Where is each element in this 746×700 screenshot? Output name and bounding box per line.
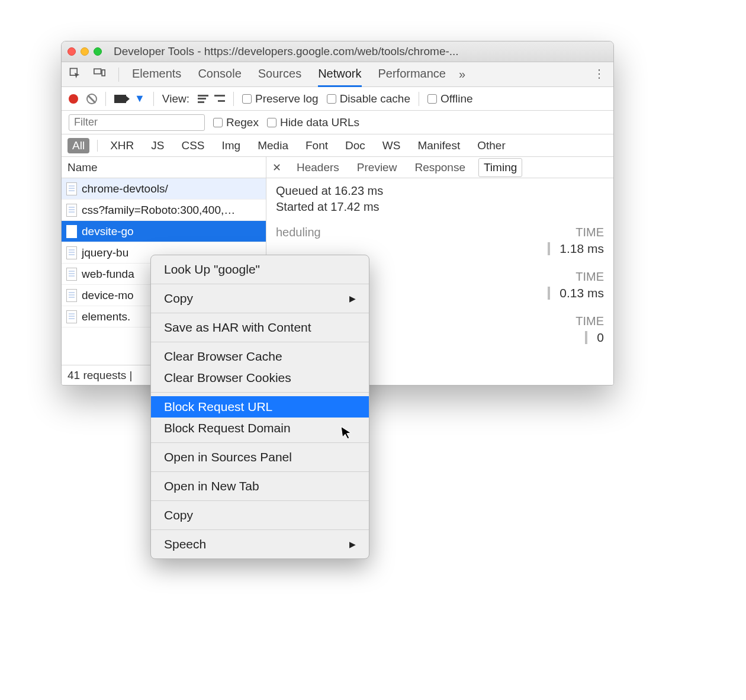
menu-item[interactable]: Speech▶ bbox=[151, 534, 369, 555]
disable-cache-label: Disable cache bbox=[340, 92, 410, 105]
type-filter-ws[interactable]: WS bbox=[378, 138, 406, 153]
type-filter-xhr[interactable]: XHR bbox=[105, 138, 139, 153]
clear-button[interactable] bbox=[86, 94, 97, 104]
menu-item[interactable]: Save as HAR with Content bbox=[151, 317, 369, 338]
more-tabs-icon[interactable]: » bbox=[459, 68, 465, 81]
hide-data-urls-label: Hide data URLs bbox=[280, 116, 359, 129]
type-filter-other[interactable]: Other bbox=[472, 138, 510, 153]
timing-bar bbox=[548, 287, 550, 300]
timing-value: 0 bbox=[597, 330, 604, 345]
close-icon[interactable]: ✕ bbox=[272, 161, 281, 174]
timing-time-header: TIME bbox=[575, 226, 604, 239]
menu-separator bbox=[151, 471, 369, 472]
record-button[interactable] bbox=[69, 94, 78, 104]
menu-item[interactable]: Copy▶ bbox=[151, 288, 369, 309]
view-label: View: bbox=[162, 92, 189, 105]
type-filter-manifest[interactable]: Manifest bbox=[413, 138, 465, 153]
detail-tab-response[interactable]: Response bbox=[410, 159, 470, 176]
type-filter-bar: AllXHRJSCSSImgMediaFontDocWSManifestOthe… bbox=[62, 134, 613, 157]
regex-checkbox[interactable]: Regex bbox=[213, 116, 259, 129]
tab-console[interactable]: Console bbox=[198, 62, 241, 87]
menu-item-label: Open in New Tab bbox=[164, 479, 259, 493]
filter-icon[interactable]: ▼ bbox=[134, 92, 145, 105]
preserve-log-checkbox[interactable]: Preserve log bbox=[242, 92, 319, 105]
close-window-button[interactable] bbox=[67, 47, 76, 56]
svg-rect-1 bbox=[94, 69, 101, 73]
menu-item[interactable]: Look Up "google" bbox=[151, 259, 369, 280]
separator bbox=[105, 92, 106, 106]
offline-checkbox[interactable]: Offline bbox=[427, 92, 473, 105]
menu-item[interactable]: Open in Sources Panel bbox=[151, 447, 369, 468]
settings-menu-icon[interactable]: ⋯ bbox=[593, 68, 607, 81]
screenshots-icon[interactable] bbox=[114, 95, 126, 103]
disable-cache-checkbox[interactable]: Disable cache bbox=[327, 92, 410, 105]
zoom-window-button[interactable] bbox=[94, 47, 102, 56]
separator bbox=[153, 92, 154, 106]
filter-bar: Regex Hide data URLs bbox=[62, 111, 613, 134]
menu-item[interactable]: Clear Browser Cache bbox=[151, 346, 369, 367]
network-toolbar: ▼ View: Preserve log Disable cache Offli… bbox=[62, 87, 613, 111]
inspect-element-icon[interactable] bbox=[69, 67, 81, 82]
mouse-cursor-icon bbox=[340, 424, 354, 444]
tab-performance[interactable]: Performance bbox=[378, 62, 446, 87]
type-filter-js[interactable]: JS bbox=[146, 138, 169, 153]
titlebar: Developer Tools - https://developers.goo… bbox=[62, 41, 613, 62]
request-row[interactable]: css?family=Roboto:300,400,… bbox=[62, 200, 266, 221]
timing-section: hedulingTIME1.18 ms bbox=[276, 226, 604, 258]
menu-item-label: Copy bbox=[164, 508, 193, 522]
menu-item-label: Open in Sources Panel bbox=[164, 450, 292, 464]
large-rows-icon[interactable] bbox=[198, 95, 208, 103]
detail-tab-timing[interactable]: Timing bbox=[478, 158, 522, 177]
preserve-log-label: Preserve log bbox=[255, 92, 319, 105]
minimize-window-button[interactable] bbox=[81, 47, 89, 56]
type-filter-css[interactable]: CSS bbox=[176, 138, 209, 153]
detail-tab-headers[interactable]: Headers bbox=[292, 159, 344, 176]
type-filter-all[interactable]: All bbox=[67, 138, 89, 153]
menu-item-label: Block Request URL bbox=[164, 400, 272, 414]
timing-value: 0.13 ms bbox=[560, 286, 604, 300]
menu-separator bbox=[151, 442, 369, 443]
panel-tabstrip: ElementsConsoleSourcesNetworkPerformance… bbox=[62, 62, 613, 87]
request-row[interactable]: devsite-go bbox=[62, 221, 266, 242]
window-controls bbox=[67, 47, 102, 56]
started-label: Started at 17.42 ms bbox=[276, 200, 604, 214]
timing-bar bbox=[548, 242, 550, 255]
timing-value: 1.18 ms bbox=[560, 242, 604, 256]
request-name: device-mo bbox=[82, 289, 134, 302]
request-name: web-funda bbox=[82, 268, 134, 281]
type-filter-media[interactable]: Media bbox=[253, 138, 293, 153]
tab-elements[interactable]: Elements bbox=[132, 62, 181, 87]
name-column-header[interactable]: Name bbox=[62, 157, 266, 178]
menu-item[interactable]: Block Request URL bbox=[151, 396, 369, 418]
separator bbox=[233, 92, 234, 106]
menu-item[interactable]: Open in New Tab bbox=[151, 476, 369, 497]
menu-separator bbox=[151, 313, 369, 313]
filter-input[interactable] bbox=[69, 114, 205, 131]
detail-tabs: ✕ HeadersPreviewResponseTiming bbox=[266, 157, 613, 178]
type-filter-img[interactable]: Img bbox=[217, 138, 246, 153]
submenu-arrow-icon: ▶ bbox=[349, 294, 356, 303]
menu-item[interactable]: Copy bbox=[151, 505, 369, 526]
regex-label: Regex bbox=[226, 116, 259, 129]
request-row[interactable]: chrome-devtools/ bbox=[62, 178, 266, 200]
file-icon bbox=[66, 182, 77, 195]
timing-time-header: TIME bbox=[575, 314, 604, 328]
menu-item-label: Look Up "google" bbox=[164, 262, 260, 277]
type-filter-doc[interactable]: Doc bbox=[340, 138, 370, 153]
tab-sources[interactable]: Sources bbox=[258, 62, 301, 87]
menu-item[interactable]: Clear Browser Cookies bbox=[151, 367, 369, 388]
file-icon bbox=[66, 289, 77, 302]
waterfall-icon[interactable] bbox=[214, 95, 225, 103]
tab-network[interactable]: Network bbox=[318, 62, 361, 87]
file-icon bbox=[66, 225, 77, 238]
menu-item-label: Clear Browser Cache bbox=[164, 349, 282, 364]
hide-data-urls-checkbox[interactable]: Hide data URLs bbox=[267, 116, 359, 129]
request-name: chrome-devtools/ bbox=[82, 182, 168, 195]
type-filter-font[interactable]: Font bbox=[301, 138, 333, 153]
menu-item[interactable]: Block Request Domain bbox=[151, 418, 369, 439]
device-toggle-icon[interactable] bbox=[94, 68, 105, 81]
timing-bar bbox=[585, 331, 587, 344]
menu-item-label: Block Request Domain bbox=[164, 421, 291, 435]
request-name: css?family=Roboto:300,400,… bbox=[82, 204, 235, 217]
detail-tab-preview[interactable]: Preview bbox=[352, 159, 402, 176]
